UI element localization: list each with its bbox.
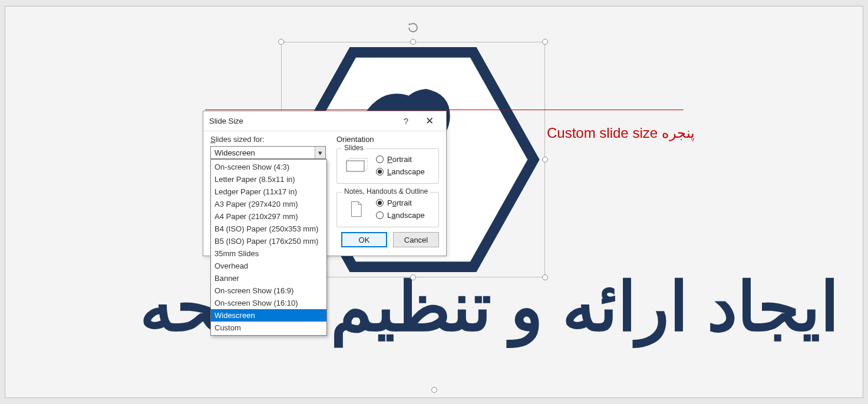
- svg-rect-1: [346, 161, 364, 171]
- annotation-label: پنجره Custom slide size: [547, 125, 695, 141]
- dropdown-option[interactable]: A4 Paper (210x297 mm): [211, 210, 326, 223]
- slide-title-text: ایجاد ارائه و تنظیم صفحه: [14, 271, 839, 343]
- slide-size-dialog: Slide Size ? ✕ Slides sized for: Widescr…: [203, 111, 447, 256]
- dropdown-option[interactable]: A3 Paper (297x420 mm): [211, 198, 326, 210]
- notes-portrait-icon: [344, 200, 368, 218]
- dropdown-option[interactable]: Letter Paper (8.5x11 in): [211, 173, 326, 186]
- dropdown-option[interactable]: Custom: [211, 322, 326, 334]
- dropdown-option[interactable]: On-screen Show (4:3): [211, 161, 326, 173]
- slides-landscape-icon: [344, 156, 368, 175]
- dropdown-option[interactable]: Overhead: [211, 260, 326, 272]
- combo-value: Widescreen: [211, 148, 315, 157]
- help-button[interactable]: ?: [395, 116, 417, 126]
- chevron-down-icon: ▾: [315, 148, 326, 157]
- dropdown-option[interactable]: On-screen Show (16:9): [211, 284, 326, 297]
- notes-orientation-group: Notes, Handouts & Outline Portrait Lands…: [336, 192, 439, 227]
- dropdown-option[interactable]: Banner: [211, 272, 326, 284]
- cancel-button[interactable]: Cancel: [393, 232, 439, 247]
- notes-group-legend: Notes, Handouts & Outline: [342, 187, 430, 196]
- dropdown-option[interactable]: 35mm Slides: [211, 247, 326, 260]
- slides-sized-for-combo[interactable]: Widescreen ▾ On-screen Show (4:3)Letter …: [210, 146, 326, 159]
- rotate-handle-icon[interactable]: [407, 22, 419, 34]
- orientation-heading: Orientation: [336, 135, 439, 144]
- notes-landscape-radio[interactable]: Landscape: [376, 211, 425, 220]
- slides-orientation-group: Slides Portrait Landscape: [336, 148, 439, 184]
- dialog-title-text: Slide Size: [209, 117, 395, 125]
- notes-portrait-radio[interactable]: Portrait: [376, 198, 425, 207]
- dropdown-option[interactable]: On-screen Show (16:10): [211, 297, 326, 309]
- annotation-line: [205, 110, 684, 110]
- slides-portrait-radio[interactable]: Portrait: [376, 155, 425, 164]
- slides-sized-for-label: Slides sized for:: [210, 135, 328, 144]
- slides-sized-for-dropdown: On-screen Show (4:3)Letter Paper (8.5x11…: [210, 159, 327, 336]
- close-button[interactable]: ✕: [417, 115, 443, 127]
- dialog-titlebar[interactable]: Slide Size ? ✕: [203, 111, 446, 131]
- slide-bottom-handle[interactable]: [431, 387, 437, 393]
- slides-landscape-radio[interactable]: Landscape: [376, 167, 425, 176]
- dropdown-option[interactable]: B5 (ISO) Paper (176x250 mm): [211, 235, 326, 247]
- combo-dropdown-button[interactable]: ▾: [315, 147, 325, 158]
- dropdown-option[interactable]: B4 (ISO) Paper (250x353 mm): [211, 223, 326, 235]
- dropdown-option[interactable]: Ledger Paper (11x17 in): [211, 186, 326, 198]
- ok-button[interactable]: OK: [341, 232, 387, 247]
- dropdown-option[interactable]: Widescreen: [211, 309, 326, 322]
- slides-group-legend: Slides: [342, 144, 366, 152]
